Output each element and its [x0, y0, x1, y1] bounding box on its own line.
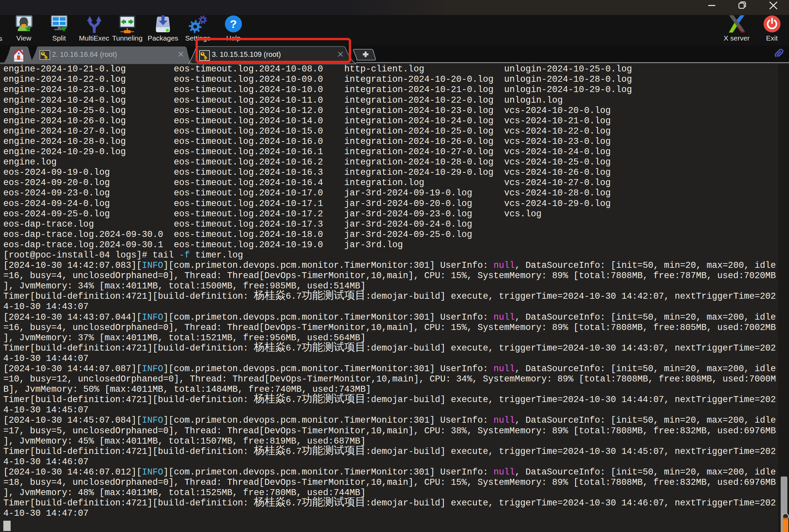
svg-text:?: ?: [230, 18, 237, 30]
